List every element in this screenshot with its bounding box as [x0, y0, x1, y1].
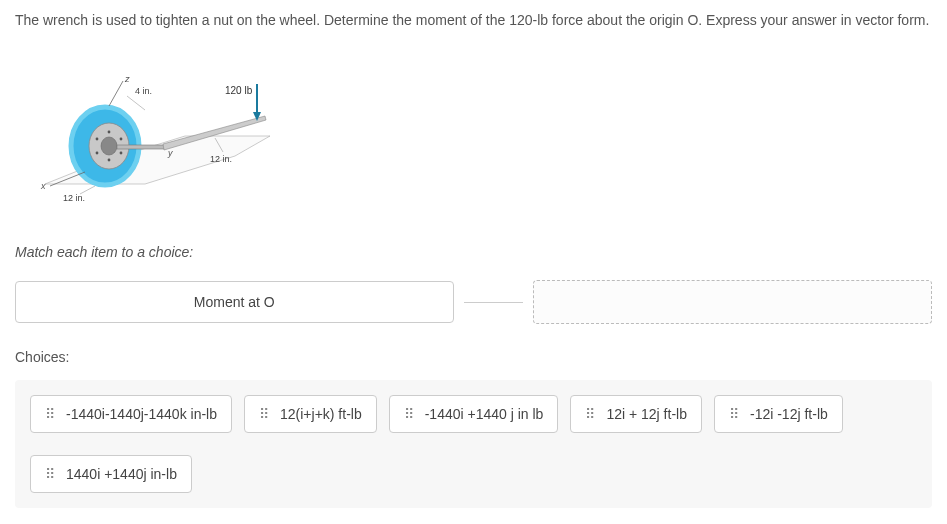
svg-line-16: [127, 96, 145, 110]
drag-handle-icon: [45, 411, 56, 418]
choice-text: 12(i+j+k) ft-lb: [280, 406, 362, 422]
connector-line: [464, 302, 524, 303]
svg-text:12 in.: 12 in.: [210, 154, 232, 164]
problem-diagram: z x y 4 in. 12 in. 12 in. 120 lb: [35, 66, 295, 216]
svg-point-9: [96, 138, 99, 141]
svg-text:4 in.: 4 in.: [135, 86, 152, 96]
choice-option[interactable]: -12i -12j ft-lb: [714, 395, 843, 433]
drag-handle-icon: [45, 471, 56, 478]
drag-handle-icon: [404, 411, 415, 418]
choice-text: -1440i-1440j-1440k in-lb: [66, 406, 217, 422]
svg-point-5: [120, 138, 123, 141]
svg-text:x: x: [40, 181, 46, 191]
svg-line-18: [80, 186, 95, 194]
svg-line-10: [109, 81, 123, 106]
svg-text:120 lb: 120 lb: [225, 85, 253, 96]
choice-option[interactable]: -1440i +1440 j in lb: [389, 395, 559, 433]
svg-point-3: [101, 137, 117, 155]
choice-option[interactable]: -1440i-1440j-1440k in-lb: [30, 395, 232, 433]
question-text: The wrench is used to tighten a nut on t…: [15, 10, 932, 31]
choice-text: 12i + 12j ft-lb: [606, 406, 687, 422]
choice-text: -12i -12j ft-lb: [750, 406, 828, 422]
choices-label: Choices:: [15, 349, 932, 365]
drag-handle-icon: [259, 411, 270, 418]
drag-handle-icon: [585, 411, 596, 418]
svg-text:12 in.: 12 in.: [63, 193, 85, 203]
svg-text:y: y: [167, 148, 173, 158]
choice-text: -1440i +1440 j in lb: [425, 406, 544, 422]
match-row: Moment at O: [15, 280, 932, 324]
svg-point-8: [96, 152, 99, 155]
choices-container: -1440i-1440j-1440k in-lb 12(i+j+k) ft-lb…: [15, 380, 932, 508]
match-item-moment: Moment at O: [15, 281, 454, 323]
svg-point-4: [108, 131, 111, 134]
svg-point-6: [120, 152, 123, 155]
choice-option[interactable]: 1440i +1440j in-lb: [30, 455, 192, 493]
choice-option[interactable]: 12(i+j+k) ft-lb: [244, 395, 377, 433]
choice-option[interactable]: 12i + 12j ft-lb: [570, 395, 702, 433]
svg-point-7: [108, 159, 111, 162]
drag-handle-icon: [729, 411, 740, 418]
choice-text: 1440i +1440j in-lb: [66, 466, 177, 482]
match-instruction: Match each item to a choice:: [15, 244, 932, 260]
drop-target[interactable]: [533, 280, 932, 324]
svg-text:z: z: [124, 74, 130, 84]
